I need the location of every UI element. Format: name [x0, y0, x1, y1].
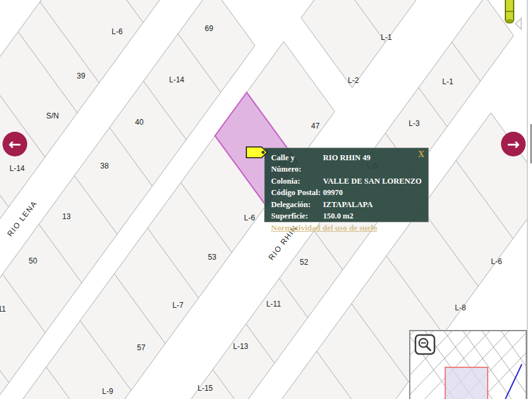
parcel-label: S/N	[46, 111, 59, 120]
field-label: Código Postal:	[271, 187, 323, 198]
selected-parcel-marker-icon	[244, 145, 271, 160]
popup-row-colonia: Colonia: VALLE DE SAN LORENZO	[271, 175, 423, 187]
parcel-label: L-13	[233, 342, 248, 351]
parcel-label: 52	[300, 258, 308, 267]
parcel-label: L-6	[244, 213, 255, 222]
parcel-label: L-14	[169, 75, 184, 84]
parcel-label: L-6	[491, 257, 502, 266]
minimap-view-extent[interactable]	[445, 367, 488, 399]
minimap-canvas	[410, 331, 526, 399]
zoom-slider-base	[506, 19, 513, 23]
popup-close-button[interactable]: X	[418, 149, 424, 160]
parcel-label: L-14	[10, 164, 25, 173]
field-value: 09970	[323, 187, 423, 198]
panel-collapse-arrow-icon[interactable]	[516, 18, 521, 29]
field-label: Delegación:	[271, 199, 323, 210]
field-value: VALLE DE SAN LORENZO	[323, 175, 423, 187]
parcel-info-popup: X Calle y Número: RIO RHIN 49 Colonia: V…	[264, 148, 429, 222]
field-value: RIO RHIN 49	[323, 152, 423, 175]
parcel-label: L-7	[172, 301, 184, 310]
map-viewer: L-639S/NL-14135011L-969L-14403853L-75747…	[0, 0, 532, 399]
parcel-label: L-15	[198, 384, 213, 393]
popup-row-street: Calle y Número: RIO RHIN 49	[271, 152, 423, 175]
parcel-label: 53	[208, 253, 217, 262]
parcel-label: 50	[28, 256, 37, 265]
overview-minimap[interactable]	[409, 330, 527, 399]
parcel-label: 13	[62, 212, 71, 221]
parcel-label: L-8	[455, 303, 466, 312]
parcel-label: L-2	[348, 76, 359, 85]
field-label: Calle y Número:	[271, 152, 323, 175]
parcel-label: L-9	[102, 387, 113, 396]
parcel-label: L-11	[266, 300, 281, 308]
parcel-label: 40	[135, 118, 144, 127]
popup-row-superficie: Superficie: 150.0 m2	[271, 210, 423, 222]
pan-right-button[interactable]: →	[501, 132, 526, 156]
parcel-label: 69	[205, 24, 213, 33]
parcel-label: 11	[0, 305, 6, 314]
parcel-label: 47	[311, 122, 320, 130]
pan-left-button[interactable]: ←	[3, 132, 27, 156]
field-value: IZTAPALAPA	[323, 199, 423, 210]
field-value: 150.0 m2	[323, 210, 423, 222]
parcel-label: L-1	[442, 77, 453, 86]
zoom-out-button[interactable]	[415, 335, 434, 354]
minimap-route-line	[505, 364, 522, 399]
scrollbar-track[interactable]	[527, 0, 532, 399]
zoom-slider[interactable]	[500, 0, 528, 32]
parcel-label: 39	[77, 72, 86, 80]
parcel-label: L-1	[381, 33, 392, 42]
field-label: Colonia:	[271, 175, 323, 187]
parcel-label: L-3	[408, 119, 420, 128]
field-label: Superficie:	[271, 210, 323, 222]
popup-row-delegacion: Delegación: IZTAPALAPA	[271, 199, 423, 210]
normatividad-link[interactable]: Normatividad del uso de suelo	[271, 223, 377, 233]
parcel-label: L-6	[111, 27, 123, 36]
parcel-label: 57	[137, 343, 146, 352]
parcel-label: 38	[100, 162, 109, 170]
popup-row-postal-code: Código Postal: 09970	[271, 187, 423, 198]
